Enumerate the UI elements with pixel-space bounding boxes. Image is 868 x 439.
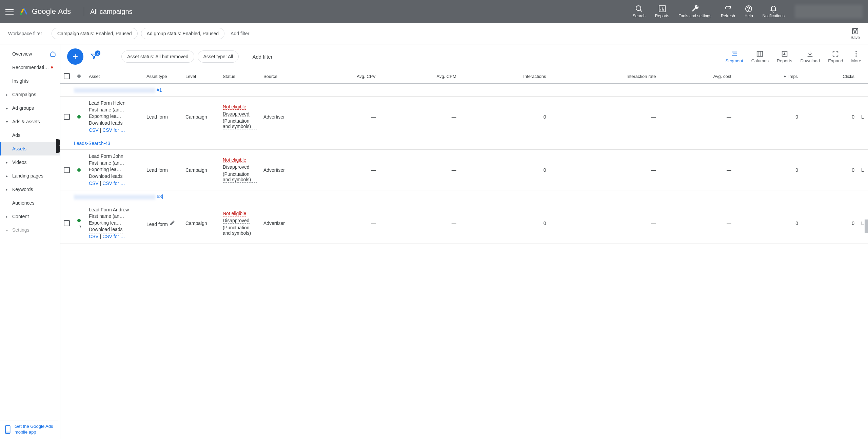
select-all-checkbox[interactable] (64, 73, 70, 79)
campaign-link[interactable]: 63| (157, 194, 163, 199)
impr-cell: 0 (735, 203, 802, 244)
col-status[interactable]: Status (219, 69, 260, 84)
nav-content[interactable]: ▸Content (0, 210, 60, 223)
row-checkbox[interactable] (64, 220, 70, 226)
segment-button[interactable]: Segment (726, 50, 743, 63)
expand-button[interactable]: Expand (828, 50, 843, 63)
product-text: Ads (58, 7, 71, 16)
sidebar-expand-toggle[interactable]: › (56, 139, 60, 153)
col-avg-cpv[interactable]: Avg. CPV (301, 69, 379, 84)
account-info[interactable] (795, 5, 863, 18)
nav-overview[interactable]: Overview (0, 47, 60, 61)
hamburger-icon[interactable] (5, 7, 14, 16)
mobile-promo-link[interactable]: Get the Google Ads mobile app (15, 424, 54, 435)
svg-rect-14 (757, 51, 763, 56)
overflow-cell: L (858, 150, 868, 190)
assets-table-wrap[interactable]: Asset Asset type Level Status Source Avg… (60, 69, 868, 439)
refresh-button[interactable]: Refresh (721, 5, 735, 18)
nav-audiences[interactable]: Audiences (0, 196, 60, 210)
nav-videos[interactable]: ▸Videos (0, 155, 60, 169)
caret-icon: ▸ (6, 161, 8, 164)
nav-recommendations[interactable]: Recommendations (0, 61, 60, 74)
nav-ads-assets[interactable]: ▾Ads & assets (0, 115, 60, 128)
col-impr[interactable]: Impr. (735, 69, 802, 84)
svg-point-1 (636, 6, 641, 11)
download-leads-link[interactable]: Download leads (89, 120, 123, 127)
columns-button[interactable]: Columns (751, 50, 769, 63)
csv-link[interactable]: CSV (89, 127, 99, 133)
asset-type-chip[interactable]: Asset type: All (198, 50, 239, 63)
download-button[interactable]: Download (800, 50, 820, 63)
nav-assets[interactable]: Assets (0, 142, 60, 155)
nav-campaigns[interactable]: ▸Campaigns (0, 88, 60, 101)
col-interactions[interactable]: Interactions (460, 69, 550, 84)
col-avg-cpm[interactable]: Avg. CPM (379, 69, 460, 84)
caret-icon: ▸ (6, 215, 8, 218)
notifications-button[interactable]: Notifications (763, 5, 785, 18)
nav-keywords[interactable]: ▸Keywords (0, 183, 60, 196)
campaign-link[interactable]: Leads-Search-43 (74, 141, 110, 146)
nav-insights[interactable]: Insights (0, 74, 60, 88)
col-asset-type[interactable]: Asset type (143, 69, 182, 84)
left-sidebar: Overview Recommendations Insights ▸Campa… (0, 44, 60, 439)
add-asset-fab[interactable]: + (67, 48, 83, 65)
help-icon (745, 5, 753, 13)
row-checkbox[interactable] (64, 114, 70, 120)
status-enabled-dot[interactable] (77, 168, 81, 172)
mobile-app-promo[interactable]: Get the Google Ads mobile app (0, 420, 58, 439)
search-icon (635, 5, 643, 13)
alert-dot (51, 66, 53, 68)
help-button[interactable]: Help (745, 5, 753, 18)
col-level[interactable]: Level (182, 69, 219, 84)
brand-text: Google (32, 7, 56, 16)
expand-icon (832, 50, 839, 58)
nav-adgroups[interactable]: ▸Ad groups (0, 101, 60, 115)
col-avg-cost[interactable]: Avg. cost (659, 69, 735, 84)
adgroup-status-chip[interactable]: Ad group status: Enabled, Paused (141, 28, 224, 39)
interaction-rate-cell: — (550, 203, 659, 244)
clicks-cell: 0 (802, 150, 858, 190)
tools-settings-button[interactable]: Tools and settings (679, 5, 711, 18)
nav-settings[interactable]: ▸Settings (0, 223, 60, 237)
edit-icon[interactable] (169, 220, 175, 226)
assets-table: Asset Asset type Level Status Source Avg… (60, 69, 868, 244)
asset-exporting: Exporting lea… (89, 166, 140, 173)
row-checkbox[interactable] (64, 167, 70, 173)
search-button[interactable]: Search (633, 5, 646, 18)
horizontal-scroll-hint[interactable] (865, 220, 868, 233)
save-button[interactable]: Save (851, 27, 860, 40)
nav-ads[interactable]: Ads (0, 128, 60, 142)
download-leads-link[interactable]: Download leads (89, 173, 123, 180)
asset-row: Lead Form JohnFirst name (an…Exporting l… (60, 150, 868, 190)
avg-cpm-cell: — (379, 150, 460, 190)
col-interaction-rate[interactable]: Interaction rate (550, 69, 659, 84)
google-ads-logo[interactable]: Google Ads (19, 7, 71, 16)
avg-cost-cell: — (659, 97, 735, 137)
asset-cell: Lead Form JohnFirst name (an…Exporting l… (85, 150, 143, 190)
col-asset[interactable]: Asset (85, 69, 143, 84)
csv-for-link[interactable]: CSV for … (102, 127, 125, 133)
filter-button[interactable]: 2 (90, 53, 98, 61)
download-leads-link[interactable]: Download leads (89, 226, 123, 233)
add-filter-link[interactable]: Add filter (231, 31, 249, 36)
status-dropdown-caret[interactable]: ▼ (79, 225, 82, 228)
toolbar-add-filter[interactable]: Add filter (252, 54, 272, 60)
not-eligible-label: Not eligible (223, 104, 246, 110)
disapproval-reason: (Punctuation and symbols) (223, 171, 257, 183)
csv-for-link[interactable]: CSV for … (102, 234, 125, 239)
campaign-status-chip[interactable]: Campaign status: Enabled, Paused (52, 28, 137, 39)
csv-link[interactable]: CSV (89, 181, 99, 186)
nav-landing[interactable]: ▸Landing pages (0, 169, 60, 183)
col-source[interactable]: Source (260, 69, 301, 84)
col-clicks[interactable]: Clicks (802, 69, 858, 84)
asset-row: Lead Form HelenFirst name (an…Exporting … (60, 97, 868, 137)
asset-status-chip[interactable]: Asset status: All but removed (121, 50, 194, 63)
more-button[interactable]: More (851, 50, 861, 63)
csv-link[interactable]: CSV (89, 234, 99, 239)
campaign-link[interactable]: #1 (157, 87, 162, 93)
csv-for-link[interactable]: CSV for … (102, 181, 125, 186)
status-enabled-dot[interactable] (77, 115, 81, 119)
reports-button[interactable]: Reports (655, 5, 669, 18)
status-enabled-dot[interactable] (77, 219, 81, 222)
reports-action-button[interactable]: Reports (777, 50, 792, 63)
